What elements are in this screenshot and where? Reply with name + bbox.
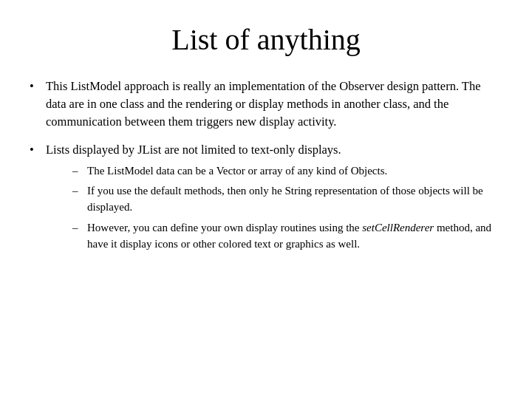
bullet-dot-1: • <box>30 78 43 95</box>
slide-container: List of anything • This ListModel approa… <box>0 0 532 399</box>
bullet-item-1: • This ListModel approach is really an i… <box>30 78 502 131</box>
sub-bullet-item-3: – However, you can define your own displ… <box>72 220 502 253</box>
sub-bullet-text-1: The ListModel data can be a Vector or ar… <box>87 163 502 180</box>
bullet-text-2: Lists displayed by JList are not limited… <box>46 143 341 157</box>
sub-bullet-dash-1: – <box>72 163 84 180</box>
sub-bullet-text-3-prefix: However, you can define your own display… <box>87 222 362 233</box>
sub-bullet-text-2: If you use the default methods, then onl… <box>87 183 502 216</box>
sub-bullet-item-2: – If you use the default methods, then o… <box>72 183 502 216</box>
sub-bullet-text-3-italic: setCellRenderer <box>362 222 434 233</box>
bullet-item-2: • Lists displayed by JList are not limit… <box>30 141 502 257</box>
sub-bullets: – The ListModel data can be a Vector or … <box>72 163 502 253</box>
sub-bullet-dash-3: – <box>72 220 84 236</box>
content-area: • This ListModel approach is really an i… <box>30 78 502 267</box>
slide-title: List of anything <box>30 22 502 57</box>
sub-bullet-dash-2: – <box>72 183 84 200</box>
bullet-dot-2: • <box>30 141 43 159</box>
sub-bullet-text-3: However, you can define your own display… <box>87 220 502 253</box>
bullet-text-1: This ListModel approach is really an imp… <box>46 78 502 131</box>
sub-bullet-item-1: – The ListModel data can be a Vector or … <box>72 163 502 180</box>
